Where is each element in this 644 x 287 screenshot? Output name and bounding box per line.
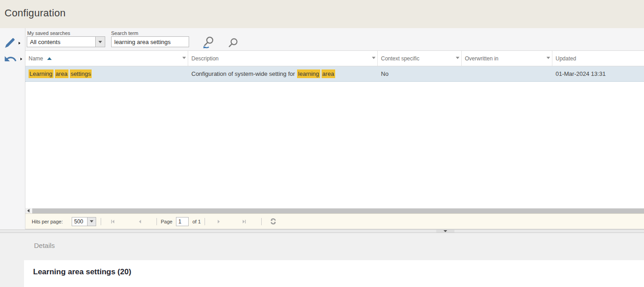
- refresh-icon: [270, 218, 277, 225]
- arrow-left-icon: [27, 209, 29, 213]
- scrollbar-thumb[interactable]: [32, 208, 644, 213]
- results-grid: Name Description Context specific Overwr…: [25, 51, 644, 213]
- edit-button[interactable]: [4, 37, 20, 49]
- page-label: Page: [161, 219, 172, 224]
- column-menu-trigger-icon[interactable]: [456, 57, 459, 59]
- column-header-name[interactable]: Name: [25, 51, 188, 66]
- pencil-icon: [4, 37, 15, 49]
- details-section: Details Learning area settings (20): [0, 233, 644, 287]
- undo-flyout-arrow-icon[interactable]: [20, 58, 22, 60]
- cell-description: Configuration of system-wide setting for…: [188, 66, 378, 81]
- saved-searches-select[interactable]: [27, 36, 95, 47]
- next-page-icon: [216, 219, 221, 224]
- top-header: Configuration: [0, 0, 644, 28]
- page-of-label: of 1: [192, 219, 200, 224]
- highlight: settings: [70, 69, 92, 78]
- highlight: learning: [297, 69, 320, 78]
- column-menu-trigger-icon[interactable]: [546, 57, 550, 59]
- undo-arrow-icon: [4, 53, 17, 65]
- column-label: Overwritten in: [465, 55, 498, 62]
- last-page-button[interactable]: [240, 218, 248, 225]
- details-panel: Learning area settings (20): [24, 260, 644, 287]
- column-label: Updated: [556, 55, 576, 62]
- horizontal-scrollbar[interactable]: [25, 208, 644, 213]
- search-icon: [227, 37, 239, 49]
- sort-asc-icon: [47, 57, 52, 60]
- highlight: area: [55, 69, 68, 78]
- hits-per-page-select[interactable]: [72, 217, 87, 226]
- collapse-arrow-icon: [444, 230, 447, 232]
- separator: [205, 218, 205, 225]
- column-header-context-specific[interactable]: Context specific: [378, 51, 462, 66]
- refresh-button[interactable]: [270, 218, 277, 225]
- hits-per-page-label: Hits per page:: [32, 219, 63, 224]
- separator: [101, 218, 101, 225]
- grid-header: Name Description Context specific Overwr…: [25, 51, 644, 66]
- column-menu-trigger-icon[interactable]: [182, 57, 186, 59]
- separator: [156, 218, 157, 225]
- cell-context-specific: No: [378, 66, 462, 81]
- page-title: Configuration: [5, 7, 66, 19]
- saved-searches-combo: [27, 36, 105, 47]
- separator: [261, 218, 262, 225]
- chevron-down-icon: [98, 41, 102, 43]
- cell-overwritten-in: [462, 66, 552, 81]
- search-term-input[interactable]: [111, 36, 189, 47]
- undo-button[interactable]: [4, 53, 22, 65]
- saved-searches-label: My saved searches: [27, 30, 70, 36]
- column-menu-trigger-icon[interactable]: [372, 57, 376, 59]
- column-label: Description: [191, 55, 219, 62]
- highlight: area: [322, 69, 335, 78]
- highlight: Learning: [29, 69, 54, 78]
- column-label: Name: [29, 55, 43, 62]
- column-label: Context specific: [381, 55, 420, 62]
- chevron-down-icon: [90, 220, 93, 223]
- details-section-label: Details: [34, 242, 55, 249]
- cell-updated: 01-Mar-2024 13:31: [552, 66, 644, 81]
- column-header-overwritten-in[interactable]: Overwritten in: [462, 51, 552, 66]
- paging-toolbar: Hits per page: Page of 1: [25, 213, 644, 229]
- splitter-collapse-handle[interactable]: [436, 230, 454, 233]
- scroll-left-button[interactable]: [25, 208, 31, 213]
- first-page-button[interactable]: [109, 218, 117, 225]
- search-toolbar: My saved searches Search term: [25, 28, 644, 51]
- saved-searches-dropdown-trigger[interactable]: [95, 36, 105, 47]
- details-heading: Learning area settings (20): [33, 267, 131, 277]
- previous-page-button[interactable]: [137, 218, 144, 225]
- next-page-button[interactable]: [215, 218, 222, 225]
- left-toolbar: [0, 28, 25, 229]
- description-text: Configuration of system-wide setting for: [191, 70, 295, 77]
- configuration-screen: Configuration My saved searches: [0, 0, 644, 287]
- hits-per-page-combo: [72, 217, 96, 226]
- search-redo-icon: [202, 36, 215, 49]
- edit-flyout-arrow-icon[interactable]: [19, 42, 20, 45]
- column-header-description[interactable]: Description: [188, 51, 378, 66]
- page-number-input[interactable]: [176, 217, 189, 226]
- last-page-icon: [241, 219, 247, 224]
- hits-per-page-dropdown-trigger[interactable]: [87, 217, 96, 226]
- search-term-label: Search term: [111, 30, 138, 36]
- cell-name: Learning area settings: [25, 66, 188, 81]
- search-button[interactable]: [227, 37, 239, 49]
- column-header-updated[interactable]: Updated: [552, 51, 644, 66]
- table-row[interactable]: Learning area settings Configuration of …: [25, 66, 644, 82]
- previous-page-icon: [137, 219, 143, 224]
- first-page-icon: [110, 219, 116, 224]
- panel-splitter[interactable]: [0, 229, 644, 233]
- run-saved-search-button[interactable]: [201, 35, 216, 50]
